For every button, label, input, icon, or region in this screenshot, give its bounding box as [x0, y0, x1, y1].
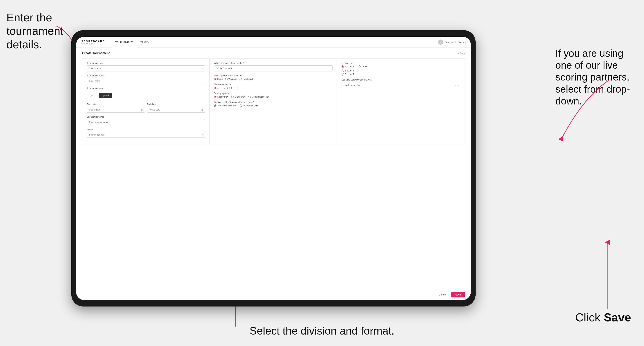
avatar: U [438, 39, 443, 45]
teams-group: Is this event for Teams and/or Individua… [214, 101, 332, 107]
format-row-1: 5 count 4 Other [342, 65, 460, 68]
venue-group: Venue ▾ [87, 128, 205, 138]
main-content: Create Tournament ‹ Back Tournament Host [76, 48, 471, 289]
scoring-label: Scoring system [214, 92, 332, 95]
nav-tab-tournaments[interactable]: TOURNAMENTS [112, 37, 137, 48]
round-4[interactable]: 4 [234, 87, 238, 89]
navbar: SCOREBOARD Powered by clippit TOURNAMENT… [76, 37, 471, 48]
start-date-calendar-icon: 📅 [140, 109, 143, 111]
format-6count5[interactable]: 6 count 5 [342, 73, 460, 76]
form-columns: Tournament Host ▾ Tournament name [82, 58, 465, 144]
format-type-options: 5 count 4 Other [342, 65, 460, 76]
gender-mens[interactable]: Mens [214, 78, 222, 80]
scoring-medal-match-play[interactable]: Medal Match Play [248, 96, 269, 98]
signout-link[interactable]: Sign out [458, 41, 466, 43]
nav-tab-teams[interactable]: TEAMS [137, 37, 152, 48]
annotation-enter-details: Enter the tournament details. [6, 11, 67, 51]
app-shell: SCOREBOARD Powered by clippit TOURNAMENT… [76, 37, 471, 300]
format-other[interactable]: Other [358, 65, 367, 68]
round-3[interactable]: 3 [227, 87, 232, 89]
logo-upload-area: Upload [87, 91, 205, 100]
logo-text: SCOREBOARD [81, 40, 105, 43]
back-link[interactable]: ‹ Back [458, 52, 465, 54]
api-group: Use third-party live scoring API? × ⌄ [342, 79, 460, 88]
teams-label: Is this event for Teams and/or Individua… [214, 101, 332, 103]
end-date-wrapper: 📅 [147, 107, 205, 113]
navbar-left: SCOREBOARD Powered by clippit TOURNAMENT… [81, 37, 152, 48]
nav-tabs: TOURNAMENTS TEAMS [112, 37, 152, 48]
individuals-only[interactable]: Individuals Only [240, 104, 258, 107]
form-col-2: Which division is the event for? NCAA Di… [210, 58, 337, 144]
teams-plus-individuals[interactable]: Teams (+Individuals) [214, 104, 237, 107]
tournament-host-group: Tournament Host ▾ [87, 62, 205, 71]
logo-sub: Powered by clippit [81, 43, 105, 44]
api-input[interactable] [342, 82, 460, 88]
start-date-input[interactable] [87, 107, 145, 113]
end-date-group: End date 📅 [147, 103, 205, 113]
gender-combined[interactable]: Combined [240, 78, 253, 80]
tablet-frame: SCOREBOARD Powered by clippit TOURNAMENT… [71, 30, 476, 307]
upload-button[interactable]: Upload [99, 93, 112, 98]
logo-placeholder [87, 91, 96, 100]
gender-womens[interactable]: Womens [225, 78, 237, 80]
form-container: Create Tournament ‹ Back Tournament Host [76, 48, 471, 148]
tournament-name-group: Tournament name [87, 74, 205, 84]
format-type-label: Format type [342, 62, 460, 64]
tournament-logo-label: Tournament logo [87, 87, 205, 89]
annotation-click-save: Click Save [575, 310, 631, 325]
gender-group: Which gender is the event for? Mens Wome… [214, 74, 332, 80]
format-options-remaining: 6 count 4 6 count 5 [342, 69, 460, 76]
tournament-host-input[interactable] [87, 65, 205, 71]
round-1[interactable]: 1 [214, 87, 218, 89]
form-footer: Cancel Save [76, 289, 471, 300]
round-2[interactable]: 2 [221, 87, 225, 89]
save-button[interactable]: Save [452, 292, 465, 297]
api-clear-icon[interactable]: × [455, 84, 456, 86]
sponsor-input[interactable] [87, 119, 205, 125]
navbar-right: U Test User | Sign out [438, 39, 466, 45]
tournament-host-label: Tournament Host [87, 62, 205, 64]
svg-point-1 [90, 95, 91, 95]
logo-area: SCOREBOARD Powered by clippit [81, 40, 105, 44]
tablet-screen: SCOREBOARD Powered by clippit TOURNAMENT… [76, 37, 471, 300]
scoring-match-play[interactable]: Match Play [231, 96, 245, 98]
division-select[interactable]: NCAA Division I [214, 65, 332, 71]
division-group: Which division is the event for? NCAA Di… [214, 62, 332, 71]
form-title: Create Tournament [82, 51, 110, 55]
venue-wrapper: ▾ [87, 132, 205, 138]
rounds-group: Number of rounds 1 2 [214, 83, 332, 89]
venue-label: Venue [87, 128, 205, 131]
api-field-actions: × ⌄ [455, 84, 459, 86]
form-header: Create Tournament ‹ Back [82, 51, 465, 55]
format-6count4[interactable]: 6 count 4 [342, 69, 460, 72]
user-label: Test User | [445, 41, 456, 43]
end-date-label: End date [147, 103, 205, 106]
start-date-wrapper: 📅 [87, 107, 145, 113]
tournament-host-dropdown-icon: ▾ [202, 67, 204, 70]
end-date-calendar-icon: 📅 [201, 109, 204, 111]
start-date-group: Start date 📅 [87, 103, 145, 113]
scoring-radio-group: Stroke Play Match Play Medal Match Play [214, 96, 332, 98]
dates-group: Start date 📅 End date [87, 103, 205, 113]
end-date-input[interactable] [147, 107, 205, 113]
tournament-name-input[interactable] [87, 78, 205, 84]
teams-radio-group: Teams (+Individuals) Individuals Only [214, 104, 332, 107]
cancel-button[interactable]: Cancel [436, 292, 449, 297]
venue-dropdown-icon: ▾ [202, 134, 204, 136]
venue-input[interactable] [87, 132, 205, 138]
scoring-group: Scoring system Stroke Play Match Play [214, 92, 332, 98]
scoring-stroke-play[interactable]: Stroke Play [214, 96, 228, 98]
api-dropdown-icon[interactable]: ⌄ [457, 84, 459, 86]
tournament-name-label: Tournament name [87, 74, 205, 77]
gender-label: Which gender is the event for? [214, 74, 332, 77]
division-label: Which division is the event for? [214, 62, 332, 64]
form-col-3: Format type 5 count 4 [337, 58, 464, 144]
annotation-live-scoring: If you are using one of our live scoring… [555, 47, 638, 107]
date-fields: Start date 📅 End date [87, 103, 205, 113]
format-type-group: Format type 5 count 4 [342, 62, 460, 76]
sponsor-label: Sponsor (optional) [87, 116, 205, 118]
rounds-radio-group: 1 2 3 [214, 87, 332, 89]
tournament-host-wrapper: ▾ [87, 65, 205, 71]
api-label: Use third-party live scoring API? [342, 79, 460, 81]
format-5count4[interactable]: 5 count 4 [342, 65, 354, 68]
